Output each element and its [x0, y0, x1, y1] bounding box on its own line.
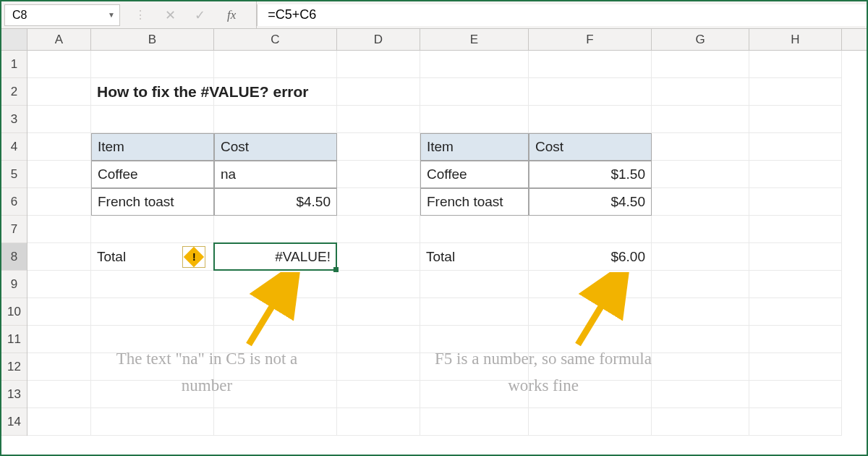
cell[interactable] [749, 161, 842, 188]
cell[interactable] [27, 51, 91, 78]
cell[interactable] [27, 78, 91, 106]
cell[interactable] [337, 161, 420, 188]
cell[interactable] [749, 78, 842, 106]
cell[interactable] [337, 353, 420, 381]
cell[interactable] [337, 243, 420, 271]
cell[interactable] [27, 353, 91, 381]
cell[interactable] [91, 51, 214, 78]
table-row[interactable]: $1.50 [529, 161, 652, 188]
select-all-corner[interactable] [1, 29, 27, 50]
cell[interactable] [27, 408, 91, 436]
total-value[interactable]: $6.00 [529, 243, 652, 271]
table-row[interactable]: French toast [91, 188, 214, 216]
cell[interactable] [27, 216, 91, 243]
cell[interactable] [749, 216, 842, 243]
row-header[interactable]: 3 [1, 106, 27, 133]
column-header[interactable]: F [529, 29, 652, 50]
cell[interactable] [214, 51, 337, 78]
row-header[interactable]: 2 [1, 78, 27, 106]
row-header[interactable]: 9 [1, 271, 27, 298]
row-header[interactable]: 1 [1, 51, 27, 78]
row-header[interactable]: 4 [1, 133, 27, 161]
cell[interactable] [420, 78, 529, 106]
cell[interactable] [337, 381, 420, 408]
cell[interactable] [91, 298, 214, 326]
cell[interactable] [214, 106, 337, 133]
cell[interactable] [337, 188, 420, 216]
cell[interactable] [749, 353, 842, 381]
cell[interactable] [27, 271, 91, 298]
cell[interactable] [337, 133, 420, 161]
cell[interactable] [420, 271, 529, 298]
total-value-error[interactable]: #VALUE! [214, 243, 337, 271]
cell[interactable] [529, 216, 652, 243]
cell[interactable] [420, 51, 529, 78]
row-header[interactable]: 6 [1, 188, 27, 216]
formula-input[interactable]: =C5+C6 [257, 4, 867, 26]
cell[interactable] [652, 133, 749, 161]
cell[interactable] [529, 408, 652, 436]
cell[interactable] [420, 408, 529, 436]
row-header[interactable]: 14 [1, 408, 27, 436]
cell[interactable] [91, 271, 214, 298]
table-row[interactable]: $4.50 [529, 188, 652, 216]
error-smart-tag[interactable]: ! [182, 246, 205, 268]
cell[interactable] [529, 51, 652, 78]
insert-function-button[interactable]: fx [227, 8, 236, 22]
cell[interactable] [652, 243, 749, 271]
row-header[interactable]: 11 [1, 326, 27, 353]
cell[interactable] [749, 243, 842, 271]
column-header[interactable]: B [91, 29, 214, 50]
table-row[interactable]: na [214, 161, 337, 188]
cell[interactable] [27, 381, 91, 408]
cell[interactable] [91, 216, 214, 243]
row-header[interactable]: 5 [1, 161, 27, 188]
table-header-item[interactable]: Item [420, 133, 529, 161]
chevron-down-icon[interactable]: ▼ [108, 11, 115, 19]
cell[interactable] [652, 216, 749, 243]
table-header-cost[interactable]: Cost [529, 133, 652, 161]
cell[interactable] [337, 408, 420, 436]
enter-icon[interactable]: ✓ [195, 7, 205, 23]
cell[interactable] [652, 408, 749, 436]
cell[interactable] [749, 408, 842, 436]
cell[interactable] [337, 106, 420, 133]
cell[interactable] [749, 381, 842, 408]
cell[interactable] [749, 326, 842, 353]
row-header[interactable]: 7 [1, 216, 27, 243]
cell[interactable] [652, 51, 749, 78]
column-header[interactable]: D [337, 29, 420, 50]
column-header[interactable]: H [749, 29, 842, 50]
cell[interactable] [749, 271, 842, 298]
cell[interactable] [529, 106, 652, 133]
cell[interactable] [420, 298, 529, 326]
cell[interactable] [652, 161, 749, 188]
column-header[interactable]: E [420, 29, 529, 50]
cell[interactable] [27, 298, 91, 326]
cell[interactable] [652, 188, 749, 216]
total-label[interactable]: Total [420, 243, 529, 271]
cell[interactable] [27, 188, 91, 216]
cell[interactable] [420, 216, 529, 243]
cell[interactable] [91, 408, 214, 436]
cell[interactable] [652, 78, 749, 106]
cell[interactable] [652, 106, 749, 133]
cell[interactable] [27, 326, 91, 353]
cell[interactable] [337, 298, 420, 326]
cell[interactable] [27, 243, 91, 271]
row-header[interactable]: 10 [1, 298, 27, 326]
column-header[interactable]: G [652, 29, 749, 50]
row-header[interactable]: 13 [1, 381, 27, 408]
cell[interactable] [27, 106, 91, 133]
cell[interactable] [749, 133, 842, 161]
cell[interactable] [529, 78, 652, 106]
cell[interactable] [214, 408, 337, 436]
cell[interactable] [652, 271, 749, 298]
cell[interactable] [27, 133, 91, 161]
cell[interactable] [652, 298, 749, 326]
column-header[interactable]: C [214, 29, 337, 50]
cell[interactable] [91, 106, 214, 133]
cell[interactable] [27, 161, 91, 188]
table-row[interactable]: French toast [420, 188, 529, 216]
table-header-cost[interactable]: Cost [214, 133, 337, 161]
